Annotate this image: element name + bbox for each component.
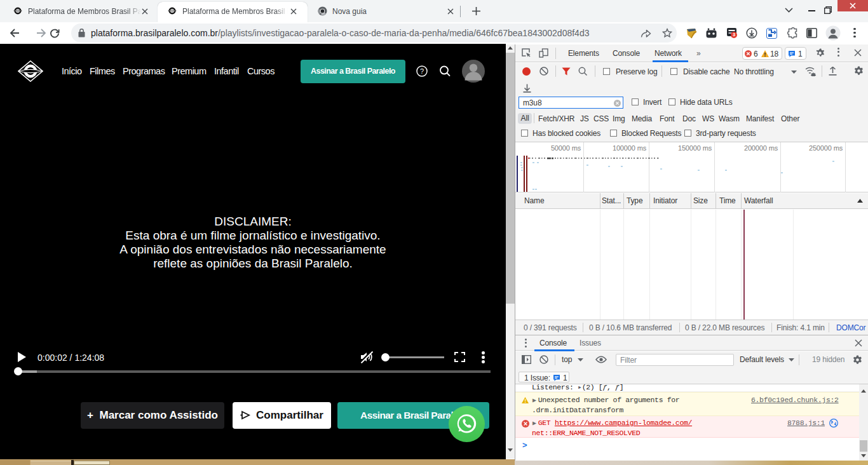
svg-text:?: ?: [420, 67, 424, 75]
